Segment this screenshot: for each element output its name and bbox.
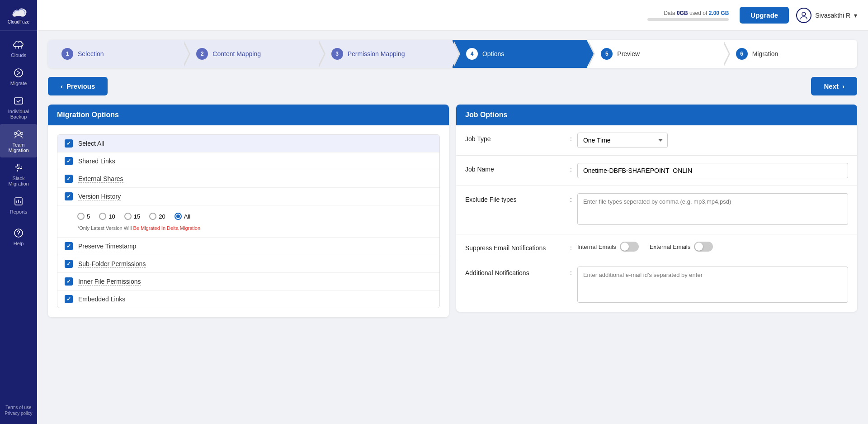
page-content: 1 Selection 2 Content Mapping 3 Permissi… [37,31,868,424]
sidebar-label-reports: Reports [10,209,28,214]
job-value-job_type: One TimeDeltaScheduled [577,133,848,148]
radio-version-5[interactable]: 5 [77,213,90,220]
job-options-card: Job Options Job Type:One TimeDeltaSchedu… [456,105,857,312]
checkbox-subfolder_permissions[interactable] [65,260,73,268]
job-label-exclude_file_types: Exclude File types [465,193,565,203]
sidebar-label-clouds: Clouds [11,52,26,58]
step-number-1: 1 [61,48,73,60]
checkbox-external_shares[interactable] [65,175,73,183]
checkbox-embedded_links[interactable] [65,295,73,303]
radio-circle-20 [149,213,156,220]
job-row-additional_notifications: Additional Notifications: [456,259,857,312]
version-note: *Only Latest Version Will Be Migrated In… [65,225,200,233]
app-logo[interactable]: CloudFuze [0,0,37,31]
step-selection[interactable]: 1 Selection [48,40,183,68]
option-label-inner_file_permissions: Inner File Permissions [78,278,141,286]
sidebar-item-reports[interactable]: Reports [0,191,37,219]
option-row-subfolder_permissions: Sub-Folder Permissions [57,255,439,273]
step-migration[interactable]: 6 Migration [722,40,857,68]
sidebar-item-clouds[interactable]: Clouds [0,34,37,62]
next-button[interactable]: Next › [811,77,857,95]
job-value-exclude_file_types [577,193,848,227]
privacy-link[interactable]: Privacy policy [5,411,32,416]
migration-options-body: Select AllShared LinksExternal SharesVer… [48,125,449,317]
radio-version-All[interactable]: All [175,213,190,220]
checkbox-version_history[interactable] [65,192,73,200]
option-row-embedded_links: Embedded Links [57,291,439,308]
option-row-inner_file_permissions: Inner File Permissions [57,273,439,291]
radio-circle-All [175,213,182,220]
job-label-job_type: Job Type [465,133,565,143]
toggle-external-emails: External Emails [650,242,713,252]
previous-button[interactable]: ‹ Previous [48,77,108,95]
user-menu[interactable]: Sivasakthi R ▾ [796,8,857,23]
migration-options-card: Migration Options Select AllShared Links… [48,105,449,317]
checkbox-shared_links[interactable] [65,157,73,165]
svg-point-0 [14,69,23,77]
sidebar-item-individual-backup[interactable]: Individual Backup [0,91,37,124]
upgrade-button[interactable]: Upgrade [740,7,789,24]
step-number-3: 3 [331,48,343,60]
step-permission-mapping[interactable]: 3 Permission Mapping [318,40,453,68]
reports-icon [13,195,24,207]
option-label-external_shares: External Shares [78,175,123,183]
toggle-external-label: External Emails [650,243,690,250]
toggle-external-switch[interactable] [694,242,713,252]
toggle-internal-emails: Internal Emails [577,242,639,252]
sidebar-item-slack-migration[interactable]: Slack Migration [0,157,37,191]
sidebar-item-help[interactable]: Help [0,223,37,251]
data-progress-bar [647,18,729,21]
radio-version-10[interactable]: 10 [99,213,115,220]
sidebar-item-migrate[interactable]: Migrate [0,62,37,91]
version-note-highlight: Be Migrated In Delta Migration [133,225,201,231]
backup-icon [13,95,24,107]
radio-version-20[interactable]: 20 [149,213,165,220]
textarea-exclude_file_types[interactable] [577,193,848,225]
svg-rect-8 [19,167,19,169]
terms-link[interactable]: Terms of use [5,405,31,410]
step-label-2: Content Mapping [212,50,261,57]
svg-rect-9 [17,170,18,172]
sidebar-label-help: Help [14,241,24,246]
help-icon [13,227,24,239]
svg-point-15 [18,234,19,235]
sidebar-item-team-migration[interactable]: Team Migration [0,124,37,157]
job-label-additional_notifications: Additional Notifications [465,267,565,276]
cloud-icon [13,39,24,51]
radio-circle-10 [99,213,106,220]
toggle-internal-label: Internal Emails [577,243,616,250]
radio-version-15[interactable]: 15 [124,213,140,220]
step-options[interactable]: 4 Options [453,40,587,68]
main-content: Data 0GB used of 2.00 GB Upgrade Sivasak… [37,0,868,424]
textarea-additional_notifications[interactable] [577,267,848,303]
data-usage-text: Data 0GB used of 2.00 GB [664,10,729,16]
job-colon-suppress_email: : [570,242,572,252]
sidebar: CloudFuze Clouds Migrate Individ [0,0,37,424]
data-usage-container: Data 0GB used of 2.00 GB [647,10,729,21]
select-job_type[interactable]: One TimeDeltaScheduled [577,133,668,148]
next-arrow-icon: › [842,82,844,90]
checkbox-select_all[interactable] [65,139,73,148]
svg-point-2 [17,131,20,134]
sidebar-label-migrate: Migrate [10,81,27,86]
input-job_name[interactable] [577,163,848,178]
migrate-icon [13,67,24,79]
prev-arrow-icon: ‹ [61,82,63,90]
step-content-mapping[interactable]: 2 Content Mapping [183,40,317,68]
job-value-suppress_email: Internal EmailsExternal Emails [577,242,848,252]
svg-rect-1 [14,98,23,104]
step-label-6: Migration [752,50,778,57]
radio-circle-15 [124,213,132,220]
option-label-shared_links: Shared Links [78,157,115,165]
step-preview[interactable]: 5 Preview [587,40,722,68]
option-label-select_all: Select All [78,140,104,147]
checkbox-inner_file_permissions[interactable] [65,277,73,286]
app-name: CloudFuze [8,19,29,24]
step-label-1: Selection [78,50,104,57]
checkbox-preserve_timestamp[interactable] [65,242,73,250]
slack-icon [13,162,24,174]
migration-options-column: Migration Options Select AllShared Links… [48,105,449,317]
option-label-preserve_timestamp: Preserve Timestamp [78,243,136,250]
toggle-internal-switch[interactable] [620,242,639,252]
navigation-buttons: ‹ Previous Next › [48,77,857,95]
